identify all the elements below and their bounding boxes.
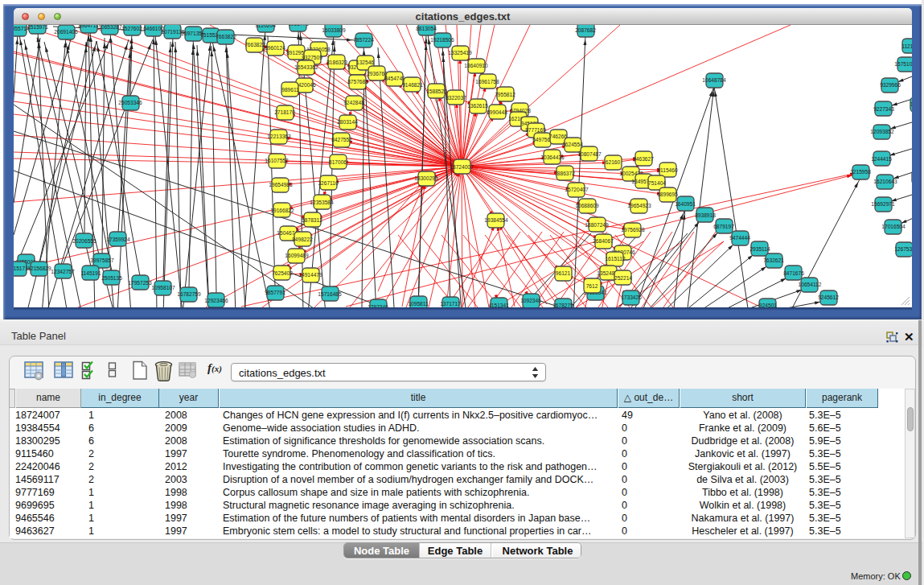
svg-text:12353584: 12353584	[310, 200, 334, 205]
svg-text:751404: 751404	[648, 180, 666, 186]
svg-text:5878312: 5878312	[302, 217, 322, 223]
svg-text:8471676: 8471676	[783, 270, 804, 276]
svg-text:9327509: 9327509	[302, 55, 322, 60]
svg-text:1615112: 1615112	[605, 256, 626, 262]
svg-text:6879197: 6879197	[713, 224, 734, 229]
svg-text:112184: 112184	[901, 43, 912, 49]
svg-text:989611: 989611	[281, 87, 299, 93]
svg-text:19756928: 19756928	[621, 227, 645, 233]
svg-text:20364436: 20364436	[540, 154, 565, 160]
svg-text:12342757: 12342757	[51, 269, 75, 274]
svg-text:39975857: 39975857	[90, 257, 114, 263]
svg-text:9115460: 9115460	[657, 167, 678, 173]
svg-text:7632621: 7632621	[763, 257, 784, 263]
svg-text:8964711: 8964711	[78, 25, 99, 28]
svg-text:10654112: 10654112	[799, 282, 822, 287]
svg-text:2515971: 2515971	[27, 25, 48, 30]
svg-text:9857791: 9857791	[265, 290, 285, 295]
svg-text:8454749: 8454749	[384, 76, 405, 81]
svg-text:3215958: 3215958	[850, 169, 871, 175]
svg-text:18300295: 18300295	[414, 175, 438, 181]
svg-text:9329966: 9329966	[880, 82, 901, 88]
svg-text:20691406: 20691406	[54, 29, 78, 35]
svg-text:18640910: 18640910	[464, 63, 488, 68]
svg-text:9474444: 9474444	[729, 235, 750, 241]
svg-text:1588520: 1588520	[426, 89, 447, 94]
svg-text:1640951: 1640951	[675, 201, 696, 207]
svg-text:19166822: 19166822	[270, 208, 294, 213]
svg-text:3915171: 3915171	[14, 266, 28, 271]
svg-text:8938918: 8938918	[695, 212, 716, 218]
svg-text:16782759: 16782759	[177, 291, 201, 297]
svg-text:2505135: 2505135	[101, 275, 122, 281]
svg-text:746266: 746266	[549, 134, 567, 139]
svg-text:16107552: 16107552	[265, 158, 289, 163]
svg-text:8186323: 8186323	[326, 60, 347, 65]
svg-text:18724007: 18724007	[450, 164, 474, 170]
svg-text:1362615: 1362615	[467, 103, 488, 109]
svg-text:1267534: 1267534	[894, 246, 912, 252]
svg-text:9777169: 9777169	[525, 127, 546, 133]
svg-text:10958107: 10958107	[151, 285, 175, 290]
svg-text:7663822: 7663822	[216, 34, 236, 39]
svg-text:1095811: 1095811	[408, 301, 429, 307]
svg-text:1145191: 1145191	[80, 270, 101, 276]
svg-text:12923466: 12923466	[204, 298, 228, 303]
svg-text:2803144: 2803144	[337, 119, 358, 125]
svg-text:15716485: 15716485	[318, 291, 342, 297]
svg-text:25053346: 25053346	[118, 100, 142, 105]
svg-text:9227343: 9227343	[873, 106, 894, 112]
svg-text:10807487: 10807487	[577, 151, 602, 157]
svg-text:252214: 252214	[614, 275, 632, 281]
svg-text:8813054: 8813054	[416, 26, 437, 31]
svg-text:1733426: 1733426	[621, 295, 642, 300]
svg-text:3267110: 3267110	[318, 180, 339, 186]
svg-text:1092346: 1092346	[520, 298, 541, 303]
svg-text:19218506: 19218506	[430, 37, 454, 43]
svg-text:3624554: 3624554	[562, 142, 583, 147]
svg-text:16099489: 16099489	[285, 253, 309, 258]
svg-text:2935114: 2935114	[749, 246, 770, 252]
svg-text:15751074: 15751074	[894, 61, 912, 67]
svg-text:8757685: 8757685	[347, 79, 368, 84]
svg-text:7857224: 7857224	[353, 37, 374, 43]
svg-text:16210643: 16210643	[873, 179, 897, 184]
svg-text:7612: 7612	[586, 283, 598, 289]
svg-text:16543362: 16543362	[294, 64, 318, 70]
svg-text:132021: 132021	[910, 101, 912, 107]
svg-text:20206555: 20206555	[72, 238, 97, 244]
svg-text:7955812: 7955812	[495, 92, 515, 97]
svg-text:7663822: 7663822	[244, 42, 265, 47]
svg-text:9245612: 9245612	[818, 295, 839, 300]
svg-text:1527602: 1527602	[121, 26, 142, 31]
svg-text:6899695: 6899695	[657, 192, 678, 197]
svg-text:10653287: 10653287	[98, 25, 122, 30]
svg-text:12213363: 12213363	[267, 134, 291, 139]
svg-text:8427552: 8427552	[331, 137, 352, 142]
svg-text:62160: 62160	[606, 159, 621, 165]
svg-text:9463627: 9463627	[633, 156, 654, 162]
svg-text:18807249: 18807249	[585, 222, 609, 228]
svg-text:12093852: 12093852	[870, 129, 894, 134]
svg-text:2684067: 2684067	[593, 238, 614, 244]
svg-text:17957253: 17957253	[128, 280, 152, 286]
svg-text:13325419: 13325419	[448, 50, 472, 56]
svg-text:19654983: 19654983	[269, 182, 293, 187]
svg-text:16961758: 16961758	[475, 79, 499, 84]
svg-text:8960124: 8960124	[265, 45, 285, 51]
svg-text:1244415: 1244415	[871, 156, 892, 162]
svg-text:17359924: 17359924	[106, 237, 130, 242]
svg-text:19384554: 19384554	[484, 217, 508, 223]
svg-text:6990448: 6990448	[487, 109, 507, 115]
svg-text:2087682: 2087682	[575, 27, 596, 33]
svg-text:1065771: 1065771	[288, 25, 309, 27]
svg-text:7886372: 7886372	[554, 171, 575, 176]
svg-text:10688609: 10688609	[575, 203, 599, 208]
svg-text:8322037: 8322037	[446, 95, 466, 101]
svg-text:817006: 817006	[329, 159, 347, 165]
svg-text:16033809: 16033809	[322, 27, 346, 33]
svg-text:9498222: 9498222	[292, 237, 313, 242]
svg-text:1371717: 1371717	[440, 301, 461, 307]
svg-text:10648784: 10648784	[702, 77, 726, 83]
svg-text:19654923: 19654923	[627, 203, 651, 208]
